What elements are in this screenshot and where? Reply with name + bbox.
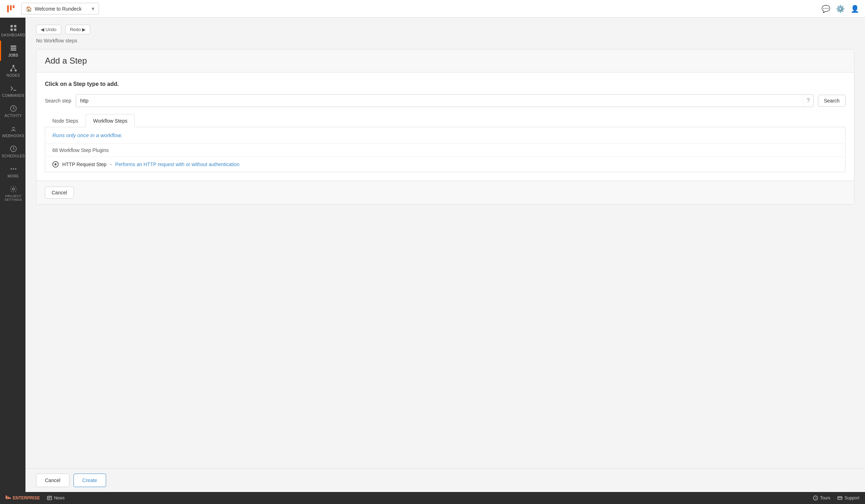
add-step-footer: Cancel <box>36 181 854 204</box>
svg-rect-9 <box>10 50 16 51</box>
statusbar-enterprise[interactable]: ENTERPRISE <box>6 496 40 500</box>
main-layout: DASHBOARD JOBS NODES COMMANDS ACTIVITY W… <box>0 18 865 492</box>
workflow-header: ◀ Undo Redo ▶ <box>36 25 854 34</box>
statusbar-tours[interactable]: ? Tours <box>813 496 830 500</box>
sidebar-item-jobs[interactable]: JOBS <box>0 41 25 61</box>
add-step-body: Click on a Step type to add. Search step… <box>36 72 854 181</box>
add-step-header: Add a Step <box>36 49 854 72</box>
svg-point-12 <box>14 70 16 72</box>
svg-point-10 <box>12 65 14 67</box>
statusbar-support[interactable]: Support <box>837 496 859 500</box>
create-main-button[interactable]: Create <box>74 474 106 487</box>
svg-rect-4 <box>14 25 16 27</box>
bottom-bar: Cancel Create <box>25 468 865 492</box>
click-hint-text: Click on a Step type to add. <box>45 81 846 87</box>
rundeck-logo <box>6 3 17 14</box>
sidebar-jobs-label: JOBS <box>8 53 18 57</box>
svg-rect-7 <box>10 46 16 47</box>
sidebar-item-activity[interactable]: ACTIVITY <box>0 101 25 121</box>
topbar-actions: 💬 ⚙️ 👤 <box>822 5 859 13</box>
sidebar-item-more[interactable]: MORE <box>0 162 25 182</box>
no-steps-text: No Workflow steps <box>36 38 854 43</box>
help-icon[interactable]: ? <box>803 95 813 107</box>
project-name: Welcome to Rundeck <box>35 6 89 12</box>
sidebar-item-dashboard[interactable]: DASHBOARD <box>0 20 25 41</box>
svg-rect-6 <box>14 29 16 31</box>
step-tabs: Node Steps Workflow Steps <box>45 114 846 127</box>
undo-button[interactable]: ◀ Undo <box>36 25 61 34</box>
svg-point-22 <box>13 168 14 170</box>
svg-rect-26 <box>7 497 9 499</box>
sidebar-activity-label: ACTIVITY <box>5 114 22 118</box>
add-step-card: Add a Step Click on a Step type to add. … <box>36 49 854 205</box>
main-content: ◀ Undo Redo ▶ No Workflow steps Add a St… <box>25 18 865 468</box>
sidebar-webhooks-label: WEBHOOKS <box>2 134 24 138</box>
plugin-icon <box>52 161 59 168</box>
dropdown-icon: ▾ <box>92 5 94 12</box>
plugin-item[interactable]: HTTP Request Step - Performs an HTTP req… <box>45 157 845 172</box>
search-button[interactable]: Search <box>818 95 846 107</box>
svg-rect-28 <box>47 496 52 500</box>
settings-icon[interactable]: ⚙️ <box>836 5 845 13</box>
add-step-title: Add a Step <box>45 56 846 66</box>
svg-point-11 <box>10 70 12 72</box>
svg-rect-1 <box>10 5 12 10</box>
enterprise-label: ENTERPRISE <box>13 496 40 500</box>
statusbar-right: ? Tours Support <box>813 496 859 500</box>
sidebar-more-label: MORE <box>8 174 19 178</box>
search-row: Search step ? Search <box>45 94 846 107</box>
news-label: News <box>54 496 65 500</box>
project-selector[interactable]: 🏠 Welcome to Rundeck ▾ <box>21 3 99 14</box>
svg-rect-27 <box>9 497 11 499</box>
sidebar-item-webhooks[interactable]: WEBHOOKS <box>0 121 25 141</box>
svg-rect-33 <box>838 497 842 499</box>
svg-line-19 <box>14 130 16 131</box>
search-step-input[interactable] <box>76 95 803 106</box>
sidebar-item-commands[interactable]: COMMANDS <box>0 81 25 101</box>
plugin-dash: - <box>110 162 112 167</box>
svg-rect-5 <box>10 29 12 31</box>
sidebar-nodes-label: NODES <box>6 74 20 77</box>
plugin-desc: Performs an HTTP request with or without… <box>115 162 239 167</box>
plugin-icon-inner <box>54 163 57 165</box>
user-icon[interactable]: 👤 <box>851 5 859 13</box>
redo-button[interactable]: Redo ▶ <box>65 25 91 34</box>
support-label: Support <box>844 496 859 500</box>
plugin-name: HTTP Request Step <box>62 162 106 167</box>
tours-label: Tours <box>820 496 830 500</box>
search-step-label: Search step <box>45 98 71 104</box>
sidebar-project-settings-label: PROJECT SETTINGS <box>3 194 23 201</box>
plugin-count: 68 Workflow Step Plugins <box>45 144 845 157</box>
sidebar-item-project-settings[interactable]: PROJECT SETTINGS <box>0 182 25 205</box>
cancel-step-button[interactable]: Cancel <box>45 187 74 199</box>
svg-rect-8 <box>10 48 16 48</box>
svg-rect-3 <box>10 25 12 27</box>
statusbar-news[interactable]: News <box>47 496 65 500</box>
svg-point-24 <box>12 188 14 190</box>
sidebar-commands-label: COMMANDS <box>2 94 24 98</box>
svg-text:?: ? <box>815 497 817 500</box>
cancel-main-button[interactable]: Cancel <box>36 474 69 487</box>
search-input-wrapper: ? <box>76 94 814 107</box>
statusbar: ENTERPRISE News ? Tours Support <box>0 492 865 504</box>
svg-rect-25 <box>6 496 7 499</box>
topbar: 🏠 Welcome to Rundeck ▾ 💬 ⚙️ 👤 <box>0 0 865 18</box>
runs-once-text: Runs only once in a workflow. <box>52 132 122 138</box>
tab-node-steps[interactable]: Node Steps <box>45 114 86 127</box>
tab-workflow-steps[interactable]: Workflow Steps <box>86 114 135 127</box>
notifications-icon[interactable]: 💬 <box>822 5 830 13</box>
svg-line-18 <box>11 130 13 131</box>
sidebar-item-nodes[interactable]: NODES <box>0 61 25 81</box>
svg-line-14 <box>13 67 16 69</box>
svg-point-23 <box>15 168 16 170</box>
sidebar-item-schedules[interactable]: SCHEDULES <box>0 141 25 162</box>
svg-rect-0 <box>7 5 9 12</box>
step-results: Runs only once in a workflow. 68 Workflo… <box>45 127 846 172</box>
sidebar: DASHBOARD JOBS NODES COMMANDS ACTIVITY W… <box>0 18 25 492</box>
main-area: ◀ Undo Redo ▶ No Workflow steps Add a St… <box>25 18 865 492</box>
sidebar-dashboard-label: DASHBOARD <box>1 33 25 37</box>
runs-once-banner: Runs only once in a workflow. <box>45 127 845 144</box>
svg-rect-2 <box>13 5 14 8</box>
sidebar-schedules-label: SCHEDULES <box>2 154 25 158</box>
svg-point-21 <box>10 168 12 170</box>
